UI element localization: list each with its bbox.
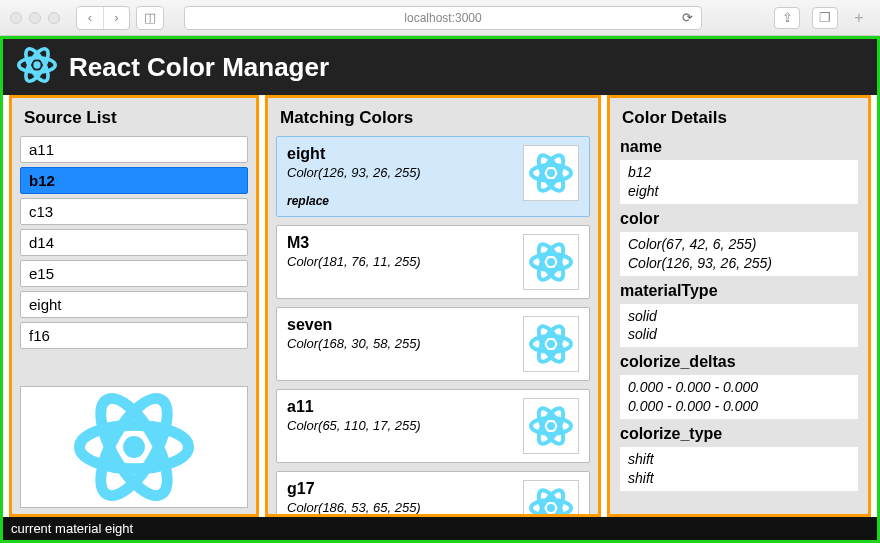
back-button[interactable]: ‹ (77, 7, 103, 29)
match-thumb (523, 480, 579, 514)
browser-chrome: ‹ › ◫ localhost:3000 ⟳ ⇪ ❐ + (0, 0, 880, 36)
matching-panel-title: Matching Colors (268, 98, 598, 136)
detail-values: solidsolid (620, 304, 858, 348)
app-root: React Color Manager Source List a11b12c1… (0, 36, 880, 543)
source-item[interactable]: d14 (20, 229, 248, 256)
source-item[interactable]: e15 (20, 260, 248, 287)
detail-group: colorColor(67, 42, 6, 255)Color(126, 93,… (620, 208, 858, 276)
details-panel: Color Details nameb12eightcolorColor(67,… (607, 95, 871, 517)
close-dot[interactable] (10, 12, 22, 24)
status-text: current material eight (11, 521, 133, 536)
source-item[interactable]: c13 (20, 198, 248, 225)
source-panel: Source List a11b12c13d14e15eightf16 (9, 95, 259, 517)
match-color: Color(168, 30, 58, 255) (287, 336, 421, 351)
match-color: Color(186, 53, 65, 255) (287, 500, 421, 514)
tabs-button[interactable]: ❐ (812, 7, 838, 29)
detail-values: shiftshift (620, 447, 858, 491)
svg-point-4 (123, 436, 145, 458)
matching-panel: Matching Colors eightColor(126, 93, 26, … (265, 95, 601, 517)
match-name: M3 (287, 234, 421, 252)
match-thumb (523, 316, 579, 372)
address-bar[interactable]: localhost:3000 ⟳ (184, 6, 702, 30)
source-list[interactable]: a11b12c13d14e15eightf16 (12, 136, 256, 382)
svg-point-20 (547, 422, 555, 430)
details-content: nameb12eightcolorColor(67, 42, 6, 255)Co… (610, 136, 868, 503)
match-color: Color(181, 76, 11, 255) (287, 254, 421, 269)
zoom-dot[interactable] (48, 12, 60, 24)
source-preview (20, 386, 248, 508)
detail-group: colorize_deltas0.000 - 0.000 - 0.0000.00… (620, 351, 858, 419)
match-name: seven (287, 316, 421, 334)
source-item[interactable]: eight (20, 291, 248, 318)
svg-point-8 (547, 169, 555, 177)
detail-group: colorize_typeshiftshift (620, 423, 858, 491)
match-name: a11 (287, 398, 421, 416)
window-controls (10, 12, 60, 24)
sidebar-toggle[interactable]: ◫ (136, 6, 164, 30)
detail-label: colorize_deltas (620, 351, 858, 375)
detail-values: 0.000 - 0.000 - 0.0000.000 - 0.000 - 0.0… (620, 375, 858, 419)
source-item[interactable]: b12 (20, 167, 248, 194)
share-button[interactable]: ⇪ (774, 7, 800, 29)
svg-point-0 (33, 61, 40, 68)
match-name: g17 (287, 480, 421, 498)
match-color: Color(126, 93, 26, 255) (287, 165, 421, 180)
svg-point-16 (547, 340, 555, 348)
match-card[interactable]: g17Color(186, 53, 65, 255) (276, 471, 590, 514)
detail-label: color (620, 208, 858, 232)
match-card[interactable]: sevenColor(168, 30, 58, 255) (276, 307, 590, 381)
reload-icon[interactable]: ⟳ (682, 10, 693, 25)
detail-label: colorize_type (620, 423, 858, 447)
match-thumb (523, 234, 579, 290)
minimize-dot[interactable] (29, 12, 41, 24)
match-action[interactable]: replace (287, 194, 421, 208)
detail-values: b12eight (620, 160, 858, 204)
svg-point-12 (547, 258, 555, 266)
app-title: React Color Manager (69, 52, 329, 83)
app-header: React Color Manager (3, 39, 877, 95)
matching-list[interactable]: eightColor(126, 93, 26, 255)replaceM3Col… (268, 136, 598, 514)
match-color: Color(65, 110, 17, 255) (287, 418, 421, 433)
match-card[interactable]: a11Color(65, 110, 17, 255) (276, 389, 590, 463)
detail-label: name (620, 136, 858, 160)
new-tab-button[interactable]: + (848, 7, 870, 29)
detail-group: materialTypesolidsolid (620, 280, 858, 348)
columns: Source List a11b12c13d14e15eightf16 Matc… (3, 95, 877, 517)
details-panel-title: Color Details (610, 98, 868, 136)
source-panel-title: Source List (12, 98, 256, 136)
forward-button[interactable]: › (103, 7, 129, 29)
source-item[interactable]: f16 (20, 322, 248, 349)
react-logo-icon (17, 45, 57, 89)
url-text: localhost:3000 (404, 11, 481, 25)
source-item[interactable]: a11 (20, 136, 248, 163)
detail-group: nameb12eight (620, 136, 858, 204)
match-card[interactable]: eightColor(126, 93, 26, 255)replace (276, 136, 590, 217)
svg-point-24 (547, 504, 555, 512)
match-card[interactable]: M3Color(181, 76, 11, 255) (276, 225, 590, 299)
match-thumb (523, 145, 579, 201)
status-bar: current material eight (3, 517, 877, 540)
detail-label: materialType (620, 280, 858, 304)
detail-values: Color(67, 42, 6, 255)Color(126, 93, 26, … (620, 232, 858, 276)
match-thumb (523, 398, 579, 454)
match-name: eight (287, 145, 421, 163)
nav-buttons: ‹ › (76, 6, 130, 30)
